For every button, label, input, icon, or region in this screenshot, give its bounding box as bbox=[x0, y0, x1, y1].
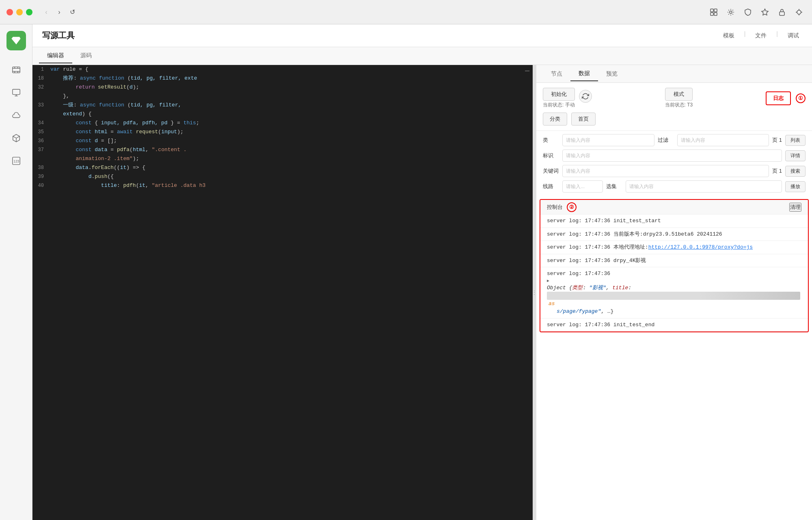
mode-button[interactable]: 模式 bbox=[665, 88, 693, 101]
control-row-1: 初始化 当前状态: 手动 bbox=[543, 88, 806, 108]
code-line-1: 1 var rule = { bbox=[32, 65, 533, 74]
badge-1: ① bbox=[796, 93, 806, 103]
console-clear-button[interactable]: 清理 bbox=[789, 203, 801, 212]
tab-editor[interactable]: 编辑器 bbox=[39, 49, 72, 63]
editor-tabs-bar: 编辑器 源码 bbox=[32, 47, 812, 65]
expand-icon[interactable]: ▶ bbox=[547, 278, 549, 284]
field-row-route: 线路 选集 播放 bbox=[543, 180, 806, 193]
main-panel: 编辑器 源码 — 1 var rule = { 18 推荐: asy bbox=[32, 47, 812, 520]
console-body[interactable]: server log: 17:47:36 init_test_start ser… bbox=[540, 214, 808, 332]
init-status: 当前状态: 手动 bbox=[543, 102, 575, 108]
reload-button[interactable]: ↺ bbox=[67, 6, 78, 18]
log-section: 日志 ① bbox=[766, 91, 806, 105]
control-row-2: 分类 首页 bbox=[543, 113, 806, 126]
sidebar-item-cube[interactable] bbox=[6, 128, 26, 148]
svg-rect-3 bbox=[714, 13, 717, 15]
titlebar-icons bbox=[709, 7, 804, 17]
sidebar-item-films[interactable] bbox=[6, 60, 26, 80]
console-log-1: server log: 17:47:36 init_test_start bbox=[540, 214, 808, 228]
titlebar: ‹ › ↺ bbox=[0, 0, 812, 24]
template-action[interactable]: 模板 bbox=[720, 30, 738, 41]
sidebar-item-monitor[interactable] bbox=[6, 83, 26, 102]
class-label: 类 bbox=[543, 136, 559, 144]
code-line-extend: extend) { bbox=[32, 110, 533, 119]
svg-rect-11 bbox=[12, 67, 19, 73]
console-header: 控制台 ② 清理 bbox=[540, 200, 808, 214]
homepage-button[interactable]: 首页 bbox=[571, 113, 596, 126]
console-badge: ② bbox=[567, 202, 577, 212]
tab-source[interactable]: 源码 bbox=[72, 49, 100, 63]
data-fields: 类 过滤 页 1 列表 标识 详情 bbox=[536, 131, 812, 196]
log-button[interactable]: 日志 bbox=[766, 91, 791, 105]
tab-node[interactable]: 节点 bbox=[543, 67, 570, 81]
control-grid: 初始化 当前状态: 手动 bbox=[536, 83, 812, 131]
sidebar: 123 bbox=[0, 24, 32, 520]
code-line-18: 18 推荐: async function (tid, pg, filter, … bbox=[32, 74, 533, 83]
code-line-33: 33 一级: async function (tid, pg, filter, bbox=[32, 101, 533, 110]
crosshair-icon[interactable] bbox=[794, 7, 804, 17]
code-line-38: 38 data.forEach((it) => { bbox=[32, 163, 533, 172]
mode-section: 模式 当前状态: T3 bbox=[665, 88, 693, 108]
field-row-keyword: 关键词 页 1 搜索 bbox=[543, 165, 806, 177]
svg-point-4 bbox=[730, 11, 732, 13]
init-button[interactable]: 初始化 bbox=[543, 88, 575, 101]
settings-icon[interactable] bbox=[726, 7, 736, 17]
proxy-link[interactable]: http://127.0.0.1:9978/proxy?do=js bbox=[648, 244, 753, 250]
star-icon[interactable] bbox=[760, 7, 770, 17]
drag-handle[interactable]: ⋮ bbox=[533, 65, 536, 520]
sidebar-item-cloud[interactable] bbox=[6, 106, 26, 125]
back-button[interactable]: ‹ bbox=[41, 6, 52, 18]
console-log-6: server log: 17:47:36 init_test_end bbox=[540, 318, 808, 332]
code-line-35: 35 const html = await request(input); bbox=[32, 128, 533, 136]
editor-panel: — 1 var rule = { 18 推荐: async function (… bbox=[32, 65, 812, 520]
page-header: 写源工具 模板 | 文件 | 调试 bbox=[32, 24, 812, 47]
svg-text:123: 123 bbox=[13, 160, 19, 163]
collapse-icon[interactable]: — bbox=[525, 67, 529, 75]
debug-action[interactable]: 调试 bbox=[784, 30, 802, 41]
filter-input[interactable] bbox=[677, 134, 769, 146]
code-line-cont: }, bbox=[32, 92, 533, 101]
content-area: 写源工具 模板 | 文件 | 调试 编辑器 源码 — bbox=[32, 24, 812, 520]
right-tabs-bar: 节点 数据 预览 bbox=[536, 65, 812, 83]
class-input[interactable] bbox=[562, 134, 654, 146]
play-button[interactable]: 播放 bbox=[785, 181, 806, 192]
code-line-32: 32 return setResult(d); bbox=[32, 83, 533, 92]
code-editor[interactable]: — 1 var rule = { 18 推荐: async function (… bbox=[32, 65, 533, 520]
grid-icon[interactable] bbox=[709, 7, 719, 17]
field-row-tag: 标识 详情 bbox=[543, 150, 806, 162]
keyword-label: 关键词 bbox=[543, 167, 559, 175]
search-button[interactable]: 搜索 bbox=[785, 166, 806, 177]
svg-rect-2 bbox=[710, 13, 713, 15]
console-area: 控制台 ② 清理 server log: 17:47:36 init_test_… bbox=[540, 199, 809, 332]
maximize-button[interactable] bbox=[26, 9, 32, 15]
code-line-37: 37 const data = pdfa(html, ".content . bbox=[32, 145, 533, 154]
close-button[interactable] bbox=[6, 9, 13, 15]
page-label-1: 页 1 bbox=[772, 136, 782, 144]
file-action[interactable]: 文件 bbox=[752, 30, 770, 41]
keyword-input[interactable] bbox=[562, 165, 769, 177]
list-button[interactable]: 列表 bbox=[785, 135, 806, 146]
page-label-2: 页 1 bbox=[772, 167, 782, 175]
detail-button[interactable]: 详情 bbox=[785, 150, 806, 161]
init-icon-button[interactable] bbox=[579, 90, 592, 103]
minimize-button[interactable] bbox=[16, 9, 23, 15]
nav-buttons: ‹ › ↺ bbox=[41, 6, 78, 18]
forward-button[interactable]: › bbox=[54, 6, 65, 18]
app-logo[interactable] bbox=[6, 31, 26, 50]
sidebar-item-numbers[interactable]: 123 bbox=[6, 151, 26, 171]
svg-rect-5 bbox=[780, 12, 784, 15]
tag-label: 标识 bbox=[543, 152, 559, 159]
svg-rect-18 bbox=[12, 89, 19, 95]
lock-icon[interactable] bbox=[777, 7, 787, 17]
tab-preview[interactable]: 预览 bbox=[598, 67, 626, 81]
collection-label: 选集 bbox=[606, 183, 622, 190]
svg-line-22 bbox=[16, 136, 19, 138]
tag-input[interactable] bbox=[562, 150, 782, 162]
tab-data[interactable]: 数据 bbox=[570, 67, 598, 81]
route-input[interactable] bbox=[562, 180, 603, 193]
collection-input[interactable] bbox=[626, 180, 782, 193]
shield-icon[interactable] bbox=[743, 7, 753, 17]
console-log-3: server log: 17:47:36 本地代理地址:http://127.0… bbox=[540, 241, 808, 254]
console-log-4: server log: 17:47:36 drpy_4K影视 bbox=[540, 254, 808, 268]
category-button[interactable]: 分类 bbox=[543, 113, 567, 126]
